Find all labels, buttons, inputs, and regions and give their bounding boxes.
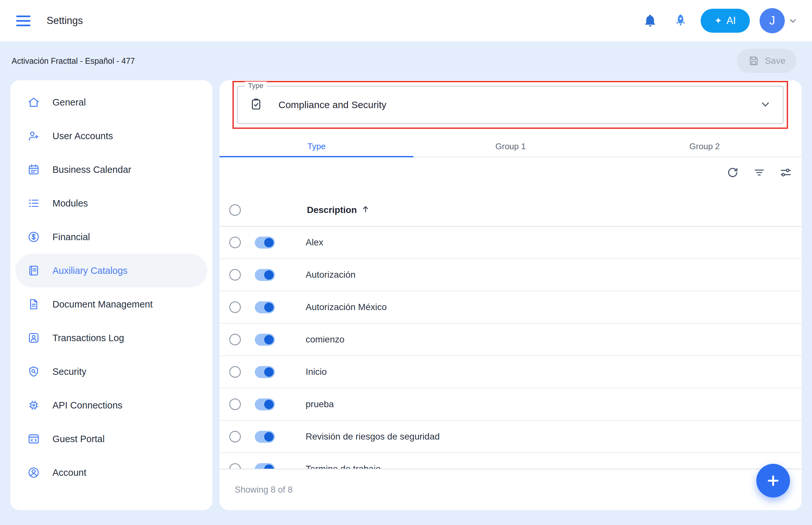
settings-sidebar: General User Accounts Business Calendar … [10,80,212,510]
chip-icon [27,399,40,412]
row-description: comienzo [306,334,344,345]
row-checkbox[interactable] [229,463,241,469]
sidebar-item-guest-portal[interactable]: Guest Portal [16,422,207,456]
sidebar-item-account[interactable]: Account [16,456,207,490]
sidebar-item-auxiliary-catalogs[interactable]: Auxiliary Catalogs [16,254,207,287]
table-row[interactable]: prueba [220,388,802,421]
sidebar-item-label: Transactions Log [53,333,124,343]
sidebar-item-label: Security [53,366,86,377]
row-description: Autorización México [306,302,387,312]
row-checkbox[interactable] [229,431,241,442]
row-checkbox[interactable] [229,269,241,281]
table-row[interactable]: Autorización [220,259,802,291]
table-row[interactable]: Inicio [220,356,802,388]
type-field-label: Type [245,81,267,90]
toggle-switch[interactable] [255,366,275,378]
user-add-icon [27,130,40,142]
toggle-switch[interactable] [255,399,275,410]
save-button-label: Save [765,56,785,66]
topbar-actions: ✦ AI J [640,8,798,33]
calendar-icon [27,163,40,176]
row-description: prueba [306,399,334,409]
sidebar-item-label: User Accounts [53,131,113,141]
toggle-switch[interactable] [255,301,275,313]
refresh-icon[interactable] [726,166,739,179]
toggle-switch[interactable] [255,237,275,249]
document-icon [27,298,40,311]
tab-label: Type [307,141,325,151]
chevron-down-icon [759,99,771,111]
table-row[interactable]: Autorización México [220,291,802,324]
row-checkbox[interactable] [229,399,241,410]
highlight-annotation: Type Compliance and Security [233,81,788,129]
select-all-checkbox[interactable] [229,204,241,216]
sidebar-item-user-accounts[interactable]: User Accounts [16,119,207,153]
ai-button-label: AI [726,15,736,27]
account-icon [27,466,40,479]
row-description: Termino de trabajo [306,464,381,469]
sub-header: Activación Fracttal - Español - 477 Save [0,42,812,80]
sidebar-item-api-connections[interactable]: API Connections [16,388,207,422]
type-select-value: Compliance and Security [278,99,387,110]
table-footer: Showing 8 of 8 [220,469,802,510]
table-row[interactable]: Termino de trabajo [220,453,802,469]
tab-bar: TypeGroup 1Group 2 [220,136,802,157]
sort-ascending-icon[interactable] [361,204,370,216]
row-description: Alex [306,237,323,247]
content-area: General User Accounts Business Calendar … [0,80,812,510]
transactions-icon [27,331,40,344]
page-title: Settings [47,15,83,27]
type-select[interactable]: Type Compliance and Security [237,86,783,124]
filter-icon[interactable] [752,166,766,179]
description-column-header: Description [307,205,357,215]
ai-assistant-button[interactable]: ✦ AI [700,9,750,33]
table-row[interactable]: Revisión de riesgos de seguridad [220,421,802,453]
toggle-switch[interactable] [255,334,275,346]
row-description: Autorización [306,270,355,280]
home-icon [27,96,40,109]
sidebar-item-business-calendar[interactable]: Business Calendar [16,153,207,186]
shield-icon [27,365,40,378]
add-button[interactable] [756,464,790,497]
sparkle-icon: ✦ [714,16,722,26]
rocket-icon[interactable] [670,10,691,31]
sidebar-item-transactions-log[interactable]: Transactions Log [16,321,207,355]
sidebar-item-modules[interactable]: Modules [16,186,207,220]
sidebar-item-security[interactable]: Security [16,355,207,388]
sidebar-item-financial[interactable]: Financial [16,220,207,254]
tab-type[interactable]: Type [220,136,413,157]
user-menu[interactable]: J [759,8,798,33]
sidebar-list: General User Accounts Business Calendar … [10,86,212,490]
table-toolbar [726,166,793,179]
notifications-bell-icon[interactable] [640,10,661,31]
tab-group-1[interactable]: Group 1 [413,136,607,157]
tab-label: Group 1 [496,141,526,151]
sidebar-item-label: Business Calendar [53,164,131,175]
showing-count: Showing 8 of 8 [235,485,293,495]
row-checkbox[interactable] [229,334,241,345]
tab-group-2[interactable]: Group 2 [608,136,802,157]
save-button[interactable]: Save [737,49,796,73]
toggle-switch[interactable] [255,463,275,469]
row-checkbox[interactable] [229,366,241,378]
financial-icon [27,230,40,243]
browser-icon [27,432,40,445]
row-checkbox[interactable] [229,237,241,248]
catalog-icon [27,264,40,277]
save-floppy-icon [748,55,759,67]
table-row[interactable]: Alex [220,227,802,259]
row-checkbox[interactable] [229,301,241,313]
sidebar-item-general[interactable]: General [16,86,207,119]
sidebar-item-document-management[interactable]: Document Management [16,287,207,321]
table-row[interactable]: comienzo [220,324,802,356]
toggle-switch[interactable] [255,269,275,281]
column-settings-icon[interactable] [779,166,793,179]
chevron-down-icon [788,16,798,26]
sidebar-item-label: Modules [53,198,88,209]
menu-icon[interactable] [16,14,33,28]
avatar[interactable]: J [759,8,785,33]
row-description: Revisión de riesgos de seguridad [306,432,440,442]
clipboard-check-icon [249,97,263,112]
toggle-switch[interactable] [255,431,275,443]
top-bar: Settings ✦ AI J [0,0,812,42]
